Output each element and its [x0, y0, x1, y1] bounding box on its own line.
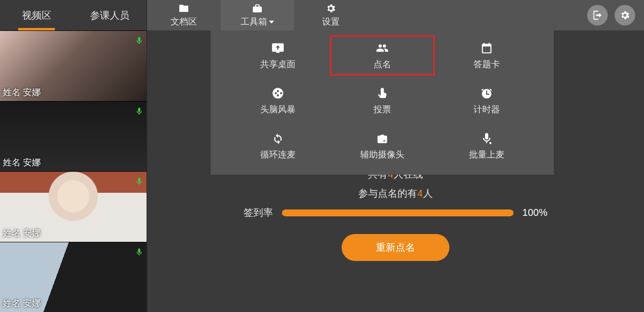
- topbar-item-tools[interactable]: 工具箱: [221, 0, 294, 30]
- participant-name: 姓名 安娜: [3, 297, 41, 309]
- topbar-item-label: 工具箱: [241, 16, 274, 27]
- tool-label: 头脑风暴: [260, 104, 296, 115]
- topbar-spacer: [368, 0, 587, 30]
- people-icon: [375, 42, 390, 54]
- tool-label: 答题卡: [473, 58, 500, 70]
- tool-label: 辅助摄像头: [360, 149, 404, 160]
- sync-icon: [271, 132, 285, 145]
- sidebar: 视频区 参课人员 姓名 安娜 姓名 安娜: [0, 0, 147, 312]
- share-screen-icon: [271, 42, 285, 54]
- tool-label: 循环连麦: [260, 149, 296, 160]
- attendance-rate-label: 签到率: [244, 206, 273, 219]
- attendance-rate-value: 100%: [522, 207, 547, 218]
- alarm-icon: [479, 87, 494, 100]
- main-area: 文档区 工具箱 设置 共: [147, 0, 644, 312]
- tools-panel: 共享桌面 点名 答题卡 头脑风暴 投票 计时器: [211, 30, 554, 175]
- settings-button[interactable]: [615, 5, 635, 26]
- sidebar-tab-video[interactable]: 视频区: [0, 0, 74, 30]
- mic-icon: [135, 34, 144, 48]
- rollcall-result: 共有4人在线 参与点名的有4人 签到率 100% 重新点名: [147, 168, 644, 261]
- rollcall-again-button[interactable]: 重新点名: [342, 234, 449, 261]
- topbar-right-buttons: [587, 0, 644, 30]
- camera-plus-icon: [375, 132, 390, 145]
- topbar: 文档区 工具箱 设置: [147, 0, 644, 30]
- tool-rollcall[interactable]: 点名: [330, 35, 434, 76]
- toolbox-icon: [251, 3, 264, 14]
- tool-label: 点名: [373, 58, 391, 70]
- sidebar-tab-label: 参课人员: [90, 9, 129, 22]
- chevron-down-icon: [269, 21, 274, 24]
- tool-label: 批量上麦: [469, 149, 504, 160]
- tool-answer-card[interactable]: 答题卡: [435, 35, 539, 76]
- gear-icon: [619, 10, 630, 21]
- attendance-bar-fill: [282, 209, 514, 216]
- mic-icon: [135, 104, 144, 118]
- film-reel-icon: [271, 87, 285, 100]
- sidebar-tab-label: 视频区: [22, 9, 51, 22]
- tool-vote[interactable]: 投票: [330, 80, 434, 121]
- video-tile[interactable]: 姓名 安娜: [0, 242, 147, 312]
- participant-name: 姓名 安娜: [3, 227, 41, 239]
- tool-label: 共享桌面: [260, 58, 296, 70]
- logout-icon: [592, 10, 603, 21]
- mic-icon: [135, 175, 144, 188]
- video-tile[interactable]: 姓名 安娜: [0, 171, 147, 242]
- video-tile[interactable]: 姓名 安娜: [0, 30, 147, 101]
- video-list: 姓名 安娜 姓名 安娜 姓名 安娜 姓名: [0, 30, 147, 312]
- topbar-item-settings[interactable]: 设置: [294, 0, 368, 30]
- topbar-item-label: 文档区: [171, 16, 197, 27]
- folder-icon: [177, 3, 190, 14]
- participant-name: 姓名 安娜: [3, 156, 41, 168]
- mic-icon: [135, 245, 144, 259]
- app-root: 视频区 参课人员 姓名 安娜 姓名 安娜: [0, 0, 644, 312]
- attendance-bar: [282, 209, 514, 216]
- participated-count-line: 参与点名的有4人: [358, 187, 432, 200]
- topbar-item-docs[interactable]: 文档区: [147, 0, 221, 30]
- tool-aux-camera[interactable]: 辅助摄像头: [330, 126, 434, 166]
- sidebar-tabs: 视频区 参课人员: [0, 0, 147, 30]
- touch-icon: [375, 87, 390, 100]
- tool-timer[interactable]: 计时器: [435, 80, 539, 121]
- logout-button[interactable]: [587, 5, 608, 26]
- tool-label: 计时器: [473, 104, 500, 115]
- tool-label: 投票: [373, 104, 391, 115]
- tool-batch-mic[interactable]: 批量上麦: [435, 126, 539, 166]
- tool-loop-mic[interactable]: 循环连麦: [225, 126, 330, 166]
- tool-share-desktop[interactable]: 共享桌面: [225, 35, 330, 76]
- topbar-item-label: 设置: [322, 16, 340, 27]
- tool-brainstorm[interactable]: 头脑风暴: [225, 80, 330, 121]
- video-tile[interactable]: 姓名 安娜: [0, 101, 147, 172]
- calendar-icon: [479, 42, 494, 54]
- sidebar-tab-attendees[interactable]: 参课人员: [74, 0, 147, 30]
- mic-settings-icon: [479, 132, 494, 145]
- gear-icon: [324, 3, 337, 14]
- participant-name: 姓名 安娜: [3, 86, 41, 98]
- attendance-progress: 签到率 100%: [244, 206, 547, 219]
- participated-count: 4: [417, 188, 422, 199]
